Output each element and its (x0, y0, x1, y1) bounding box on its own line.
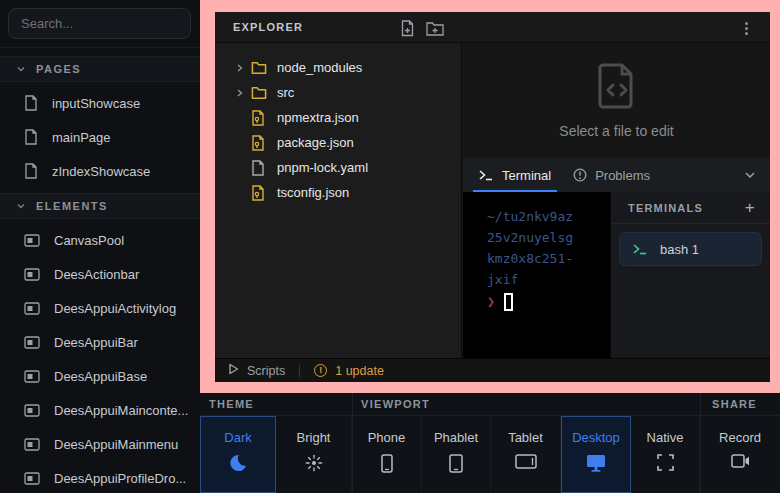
app-window: PAGES inputShowcase mainPage (0, 0, 780, 493)
elements-section-header[interactable]: ELEMENTS (0, 193, 200, 219)
sidebar-section-elements: ELEMENTS CanvasPool DeesActionbar (0, 193, 200, 493)
play-icon (228, 363, 239, 378)
tab-terminal[interactable]: Terminal (473, 158, 557, 192)
document-icon (24, 129, 38, 145)
viewport-phone-button[interactable]: Phone (352, 416, 422, 493)
theme-bright-button[interactable]: Bright (276, 416, 352, 493)
scripts-label: Scripts (247, 364, 285, 378)
more-options-button[interactable] (738, 19, 754, 37)
sidebar-item-deesappuimainmenu[interactable]: DeesAppuiMainmenu (0, 427, 200, 461)
folder-icon (251, 86, 267, 100)
add-terminal-button[interactable]: + (745, 198, 756, 218)
terminal-icon (479, 170, 494, 181)
terminal-session-bash-1[interactable]: bash 1 (619, 232, 762, 266)
kebab-menu-icon (745, 22, 748, 25)
sidebar-item-deesappuiprofiledropdown[interactable]: DeesAppuiProfileDro... (0, 461, 200, 493)
session-label: bash 1 (660, 242, 699, 257)
tree-item-npmextra-json[interactable]: npmextra.json (215, 105, 461, 130)
phablet-icon (449, 454, 463, 473)
folder-icon (251, 61, 267, 75)
tree-item-node-modules[interactable]: node_modules (215, 55, 461, 80)
button-label: Phablet (434, 430, 478, 445)
sidebar-item-deesappuimaincontent[interactable]: DeesAppuiMainconte... (0, 393, 200, 427)
collapse-panel-button[interactable] (744, 169, 756, 181)
tab-label: Terminal (502, 168, 551, 183)
pages-section-header[interactable]: PAGES (0, 56, 200, 82)
sidebar-item-deesappuiactivitylog[interactable]: DeesAppuiActivitylog (0, 291, 200, 325)
moon-icon (229, 454, 247, 472)
button-label: Native (647, 430, 684, 445)
button-label: Record (719, 430, 761, 445)
ide-header-bar: EXPLORER (215, 12, 770, 43)
new-folder-button[interactable] (425, 18, 445, 38)
sun-icon (305, 454, 323, 472)
sidebar-item-inputshowcase[interactable]: inputShowcase (0, 86, 200, 120)
chevron-right-icon (235, 88, 251, 98)
document-icon (24, 95, 38, 111)
sidebar-item-mainpage[interactable]: mainPage (0, 120, 200, 154)
chevron-down-icon (16, 201, 26, 211)
update-label: 1 update (335, 364, 384, 378)
tree-item-tsconfig-json[interactable]: tsconfig.json (215, 180, 461, 205)
elements-section-label: ELEMENTS (36, 200, 108, 212)
terminal-line: 25v2nuyelsg (487, 227, 610, 248)
terminal-icon (633, 244, 648, 255)
sidebar-item-zindexshowcase[interactable]: zIndexShowcase (0, 154, 200, 188)
viewport-phablet-button[interactable]: Phablet (422, 416, 491, 493)
sidebar-divider (0, 47, 200, 48)
sidebar-item-label: DeesAppuiMainconte... (54, 403, 188, 418)
toolbar-buttons: Dark Bright Phone Phablet (200, 416, 780, 493)
tree-item-pnpm-lock-yaml[interactable]: pnpm-lock.yaml (215, 155, 461, 180)
document-icon (24, 163, 38, 179)
tree-item-package-json[interactable]: package.json (215, 130, 461, 155)
tree-item-label: package.json (277, 135, 354, 150)
tab-problems[interactable]: Problems (567, 158, 656, 192)
button-label: Dark (224, 430, 251, 445)
component-icon (24, 404, 40, 417)
terminals-panel-header: TERMINALS + (611, 192, 770, 224)
sidebar-item-deesappuibase[interactable]: DeesAppuiBase (0, 359, 200, 393)
editor-empty-state: Select a file to edit (463, 43, 770, 158)
chevron-down-icon (744, 169, 756, 181)
viewport-tablet-button[interactable]: Tablet (491, 416, 561, 493)
component-icon (24, 336, 40, 349)
phone-icon (381, 454, 393, 473)
search-box (8, 8, 191, 39)
empty-state-message: Select a file to edit (559, 123, 673, 139)
share-record-button[interactable]: Record (700, 416, 780, 493)
sidebar-section-pages: PAGES inputShowcase mainPage (0, 56, 200, 192)
sidebar-item-label: zIndexShowcase (52, 164, 150, 179)
explorer-title: EXPLORER (233, 21, 303, 33)
tree-item-src[interactable]: src (215, 80, 461, 105)
terminal-output[interactable]: ~/tu2nkv9az 25v2nuyelsg kmz0x8c251- jxif… (463, 192, 610, 358)
update-notification[interactable]: ! 1 update (314, 364, 384, 378)
terminal-line: kmz0x8c251- (487, 248, 610, 269)
share-section-label: SHARE (712, 398, 757, 410)
terminals-panel-title: TERMINALS (628, 202, 703, 214)
search-input[interactable] (8, 8, 191, 39)
sidebar-item-deesappuibar[interactable]: DeesAppuiBar (0, 325, 200, 359)
viewport-desktop-button[interactable]: Desktop (561, 416, 631, 493)
file-explorer: node_modules src npmextra.json (215, 43, 462, 358)
theme-section-label: THEME (209, 398, 254, 410)
viewport-section-label: VIEWPORT (361, 398, 430, 410)
theme-dark-button[interactable]: Dark (200, 416, 276, 493)
tree-item-label: tsconfig.json (277, 185, 349, 200)
sidebar-item-canvaspool[interactable]: CanvasPool (0, 223, 200, 257)
new-file-button[interactable] (397, 18, 417, 38)
button-label: Desktop (572, 430, 620, 445)
settings-toolbar: THEME VIEWPORT SHARE Dark Bright Phone (200, 393, 780, 493)
ide-status-bar: Scripts ! 1 update (215, 358, 770, 382)
viewport-native-button[interactable]: Native (631, 416, 700, 493)
panel-tab-bar: Terminal Problems (463, 158, 770, 192)
code-file-icon (597, 63, 637, 113)
sidebar-item-deesactionbar[interactable]: DeesActionbar (0, 257, 200, 291)
button-label: Bright (297, 430, 331, 445)
tab-label: Problems (595, 168, 650, 183)
sidebar-item-label: DeesAppuiBar (54, 335, 138, 350)
json-file-icon (251, 185, 267, 201)
sidebar: PAGES inputShowcase mainPage (0, 0, 200, 493)
tablet-icon (515, 454, 537, 469)
scripts-button[interactable]: Scripts (228, 363, 285, 378)
sidebar-item-label: CanvasPool (54, 233, 124, 248)
